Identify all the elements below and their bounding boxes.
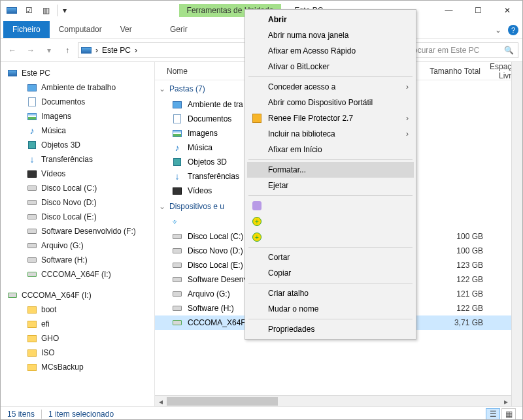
address-location[interactable]: Este PC: [102, 46, 131, 55]
qat-customize[interactable]: ▾: [61, 3, 68, 18]
search-placeholder: Procurar em Este PC: [405, 46, 479, 55]
item-name: Ambiente de tra: [188, 100, 243, 109]
status-selection: 1 item selecionado: [48, 410, 114, 419]
scroll-right-icon[interactable]: ▸: [500, 396, 511, 406]
manage-tab[interactable]: Gerir: [161, 21, 197, 38]
down-icon: ↓: [172, 171, 182, 182]
search-icon[interactable]: 🔍: [504, 46, 514, 55]
vertical-scrollbar[interactable]: [511, 62, 522, 406]
obj-icon: [172, 157, 182, 167]
expand-ribbon-icon[interactable]: ⌄: [495, 25, 501, 35]
menu-item-label: Incluir na biblioteca: [268, 129, 335, 138]
menu-item[interactable]: Incluir na biblioteca›: [247, 126, 414, 142]
horizontal-scrollbar[interactable]: ◂ ▸: [155, 395, 511, 406]
menu-item[interactable]: Abrir: [247, 12, 414, 27]
tree-item[interactable]: Imagens: [1, 109, 154, 123]
address-sep2[interactable]: ›: [135, 46, 137, 55]
drive-icon: [27, 212, 37, 222]
group-folders-label: Pastas (7): [169, 84, 205, 93]
tree-item[interactable]: Software Desenvolvido (F:): [1, 224, 154, 238]
qat-undo[interactable]: ▥: [39, 3, 53, 18]
menu-item[interactable]: Propriedades: [247, 321, 414, 337]
menu-item[interactable]: Abrir numa nova janela: [247, 27, 414, 43]
tree-item[interactable]: Disco Novo (D:): [1, 195, 154, 210]
menu-item[interactable]: Mudar o nome: [247, 301, 414, 317]
menu-item[interactable]: [247, 198, 414, 214]
qat-properties[interactable]: ☑: [22, 3, 36, 18]
up-button[interactable]: ↑: [59, 42, 75, 58]
chevron-down-icon[interactable]: ⌄: [159, 202, 165, 211]
tree-item[interactable]: ♪Música: [1, 123, 154, 138]
item-name: Disco Local (C:): [188, 232, 243, 241]
menu-item[interactable]: Copiar: [247, 265, 414, 281]
tree-item-label: Disco Local (E:): [41, 212, 97, 221]
menu-item[interactable]: Ativar o BitLocker: [247, 59, 414, 74]
tree-root-pc[interactable]: Este PC: [1, 66, 154, 80]
close-button[interactable]: ✕: [493, 1, 522, 20]
tree-root-usb[interactable]: CCCOMA_X64F (I:): [1, 288, 154, 302]
tree-item[interactable]: MCsBackup: [1, 360, 154, 374]
item-name: Software Desenv: [188, 275, 247, 284]
tree-item[interactable]: ISO: [1, 346, 154, 360]
music-icon: ♪: [27, 125, 37, 136]
menu-item[interactable]: Formatar...: [247, 162, 414, 178]
tree-item-label: CCCOMA_X64F (I:): [41, 270, 111, 279]
menu-item[interactable]: Afixar em Início: [247, 142, 414, 157]
view-tab[interactable]: Ver: [111, 21, 141, 38]
context-menu[interactable]: AbrirAbrir numa nova janelaAfixar em Ace…: [245, 9, 416, 340]
navigation-tree[interactable]: Este PCAmbiente de trabalhoDocumentosIma…: [1, 62, 155, 406]
help-icon[interactable]: ?: [508, 25, 518, 35]
scroll-thumb[interactable]: [167, 397, 278, 406]
obj-icon: [27, 140, 37, 150]
tree-item[interactable]: ↓Transferências: [1, 152, 154, 167]
file-tab[interactable]: Ficheiro: [3, 21, 50, 38]
forward-button[interactable]: →: [23, 42, 39, 58]
menu-item[interactable]: Renee File Protector 2.7›: [247, 110, 414, 126]
menu-item[interactable]: Afixar em Acesso Rápido: [247, 43, 414, 59]
pc-icon: [7, 68, 18, 78]
tree-item[interactable]: Ambiente de trabalho: [1, 80, 154, 95]
tree-item[interactable]: Objetos 3D: [1, 138, 154, 152]
tree-item-label: Disco Novo (D:): [41, 198, 97, 207]
tree-item[interactable]: Disco Local (C:): [1, 181, 154, 195]
view-details-button[interactable]: ☰: [486, 408, 500, 420]
menu-item[interactable]: Ejetar: [247, 178, 414, 193]
menu-item[interactable]: +: [247, 214, 414, 229]
back-button[interactable]: ←: [5, 42, 20, 58]
menu-item[interactable]: Conceder acesso a›: [247, 79, 414, 95]
tree-item-label: Imagens: [41, 112, 71, 121]
tree-item[interactable]: Disco Local (E:): [1, 210, 154, 224]
menu-item-label: Ativar o BitLocker: [268, 62, 329, 71]
tree-item[interactable]: Vídeos: [1, 167, 154, 181]
menu-item-label: Cortar: [268, 253, 290, 262]
menu-item[interactable]: Abrir como Dispositivo Portátil: [247, 95, 414, 110]
chevron-down-icon[interactable]: ⌄: [159, 84, 165, 93]
search-box[interactable]: Procurar em Este PC 🔍: [401, 42, 518, 58]
menu-item[interactable]: +: [247, 229, 414, 245]
maximize-button[interactable]: ☐: [464, 1, 493, 20]
view-large-button[interactable]: ▦: [501, 408, 516, 420]
tree-item[interactable]: Software (H:): [1, 253, 154, 267]
computer-tab[interactable]: Computador: [50, 21, 111, 38]
col-total[interactable]: Tamanho Total: [415, 67, 481, 76]
item-name: Música: [188, 143, 212, 152]
tree-item[interactable]: efi: [1, 317, 154, 331]
img-icon: [172, 128, 182, 138]
tree-item[interactable]: Documentos: [1, 95, 154, 109]
menu-item[interactable]: Criar atalho: [247, 285, 414, 301]
folderblue-icon: [172, 99, 182, 110]
menu-item-label: Propriedades: [268, 325, 314, 334]
menu-item[interactable]: Cortar: [247, 250, 414, 265]
item-name: Documentos: [188, 114, 231, 123]
recent-locations[interactable]: ▾: [41, 42, 57, 58]
tree-item[interactable]: CCCOMA_X64F (I:): [1, 267, 154, 282]
tree-item[interactable]: GHO: [1, 331, 154, 346]
tree-item[interactable]: boot: [1, 302, 154, 317]
tree-item-label: Transferências: [41, 155, 93, 164]
tree-item-label: Documentos: [41, 97, 85, 106]
drive-icon: [27, 197, 37, 208]
tree-item[interactable]: Arquivo (G:): [1, 238, 154, 253]
minimize-button[interactable]: —: [434, 1, 464, 20]
vid-icon: [172, 186, 182, 196]
scroll-left-icon[interactable]: ◂: [155, 396, 166, 406]
